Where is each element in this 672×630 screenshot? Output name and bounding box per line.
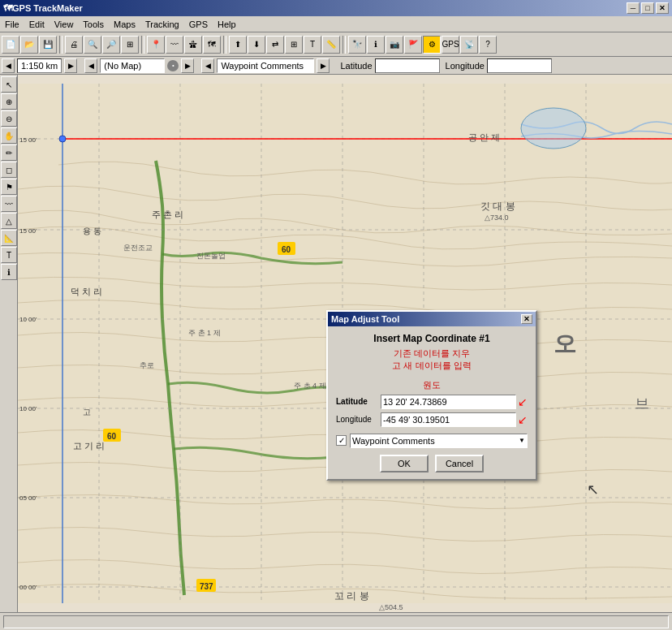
map-area[interactable]: 주 촌 리 용 동 운전조교 진돈놀업 덕 치 리 깃 대 봉 △734.0 공… [18, 75, 672, 612]
text-button[interactable]: T [304, 36, 321, 54]
map-dot: • [167, 60, 179, 71]
lt-polygon[interactable]: △ [1, 213, 17, 229]
download-button[interactable]: ⬇ [248, 36, 265, 54]
dialog-heading: Insert Map Coordinate #1 [336, 333, 528, 344]
lt-zoom-out[interactable]: ⊖ [1, 110, 17, 127]
svg-text:15 00': 15 00' [19, 136, 37, 144]
svg-text:60: 60 [107, 432, 117, 441]
longitude-input[interactable] [381, 412, 516, 427]
exchange-button[interactable]: ⇄ [266, 36, 284, 54]
lt-erase[interactable]: ◻ [1, 162, 17, 178]
map-left-arrow[interactable]: ◀ [84, 58, 97, 73]
zoom-in-button[interactable]: 🔍 [84, 36, 101, 54]
svg-text:00 00': 00 00' [19, 584, 37, 591]
svg-text:10 00': 10 00' [19, 405, 37, 412]
print-button[interactable]: 🖨 [65, 36, 83, 54]
lt-measure[interactable]: 📐 [1, 230, 17, 246]
lt-pan[interactable]: ✋ [1, 127, 17, 144]
lt-waypoint[interactable]: ⚑ [1, 179, 17, 195]
menu-file[interactable]: File [0, 18, 24, 31]
svg-text:고: 고 [83, 408, 91, 416]
find-button[interactable]: 🔭 [348, 36, 366, 54]
gps-button[interactable]: GPS [442, 36, 459, 54]
dialog-title-bar: Map Adjust Tool ✕ [328, 312, 536, 326]
scale-left-arrow[interactable]: ◀ [2, 58, 15, 73]
longitude-display [487, 58, 552, 73]
latitude-input[interactable] [381, 395, 516, 409]
lt-zoom-in[interactable]: ⊕ [1, 93, 17, 110]
zoom-out-button[interactable]: 🔎 [102, 36, 120, 54]
menu-edit[interactable]: Edit [24, 18, 50, 31]
svg-text:추로: 추로 [140, 361, 154, 369]
maximize-button[interactable]: □ [641, 2, 654, 14]
waypoint-row: ✓ Waypoint Comments ▼ [336, 434, 528, 448]
latitude-display [375, 58, 440, 73]
dialog-close-button[interactable]: ✕ [521, 314, 532, 324]
map-right-arrow[interactable]: ▶ [181, 58, 194, 73]
menu-tracking[interactable]: Tracking [140, 18, 184, 31]
scale-right-arrow[interactable]: ▶ [64, 58, 77, 73]
longitude-label: Longitude [446, 61, 485, 71]
menu-maps[interactable]: Maps [109, 18, 140, 31]
app-title: GPS TrackMaker [12, 3, 83, 13]
grid-button[interactable]: ⊞ [285, 36, 303, 54]
zoom-fit-button[interactable]: ⊞ [121, 36, 139, 54]
left-toolbar: ↖ ⊕ ⊖ ✋ ✏ ◻ ⚑ 〰 △ 📐 T ℹ [0, 75, 18, 612]
flag-button[interactable]: 🚩 [404, 36, 422, 54]
measure-button[interactable]: 📏 [322, 36, 340, 54]
satellite-button[interactable]: 📡 [460, 36, 478, 54]
map-button[interactable]: 🗺 [203, 36, 221, 54]
longitude-arrow: ↙ [518, 413, 528, 426]
info-button[interactable]: ℹ [367, 36, 385, 54]
upload-button[interactable]: ⬆ [229, 36, 247, 54]
waypoint-select[interactable]: Waypoint Comments ▼ [350, 434, 528, 448]
help-btn2[interactable]: ? [479, 36, 497, 54]
menu-tools[interactable]: Tools [78, 18, 109, 31]
svg-text:05 00': 05 00' [19, 494, 37, 502]
photo-button[interactable]: 📷 [386, 36, 403, 54]
wp-left-arrow[interactable]: ◀ [201, 58, 214, 73]
svg-text:브: 브 [635, 395, 649, 412]
save-button[interactable]: 💾 [39, 36, 57, 54]
latitude-arrow: ↙ [518, 395, 528, 408]
lt-draw[interactable]: ✏ [1, 145, 17, 161]
title-bar: 🗺 GPS TrackMaker ─ □ ✕ [0, 0, 672, 16]
open-button[interactable]: 📂 [20, 36, 38, 54]
svg-text:15 00': 15 00' [19, 227, 37, 235]
menu-bar: File Edit View Tools Maps Tracking GPS H… [0, 16, 672, 32]
svg-text:10 00': 10 00' [19, 316, 37, 323]
waypoint-checkbox[interactable]: ✓ [336, 435, 347, 446]
sep2 [141, 36, 144, 54]
map-dropdown[interactable]: (No Map) [100, 58, 165, 73]
route-button[interactable]: 🛣 [184, 36, 202, 54]
svg-text:고 기 리: 고 기 리 [73, 441, 105, 451]
lt-track[interactable]: 〰 [1, 196, 17, 212]
lt-info[interactable]: ℹ [1, 264, 17, 280]
waypoint-dropdown[interactable]: Waypoint Comments [217, 58, 314, 73]
ok-button[interactable]: OK [380, 455, 429, 472]
scale-display: 1:150 km [17, 58, 62, 73]
svg-text:△734.0: △734.0 [485, 214, 509, 222]
menu-help[interactable]: Help [213, 18, 241, 31]
latitude-label: Latitude [340, 61, 372, 71]
menu-view[interactable]: View [50, 18, 79, 31]
dialog-buttons: OK Cancel [336, 455, 528, 472]
close-button[interactable]: ✕ [656, 2, 669, 14]
dialog-annotation-left: 원도 [336, 379, 528, 391]
minimize-button[interactable]: ─ [627, 2, 640, 14]
menu-gps[interactable]: GPS [184, 18, 213, 31]
lt-text[interactable]: T [1, 247, 17, 263]
track-button[interactable]: 〰 [166, 36, 183, 54]
new-button[interactable]: 📄 [2, 36, 19, 54]
waypoint-button[interactable]: 📍 [147, 36, 165, 54]
svg-text:운전조교: 운전조교 [123, 244, 153, 252]
lt-select[interactable]: ↖ [1, 76, 17, 93]
toolbar: 📄 📂 💾 🖨 🔍 🔎 ⊞ 📍 〰 🛣 🗺 ⬆ ⬇ ⇄ ⊞ T 📏 🔭 ℹ 📷 … [0, 32, 672, 57]
cancel-button[interactable]: Cancel [435, 455, 484, 472]
svg-text:용 동: 용 동 [83, 227, 101, 235]
svg-text:△504.5: △504.5 [379, 603, 403, 611]
adjust-button[interactable]: ⚙ [423, 36, 441, 54]
dialog-annotation: 기존 데이터를 지우 고 새 데이터를 입력 [336, 347, 528, 373]
svg-text:오: 오 [554, 331, 576, 356]
wp-right-arrow[interactable]: ▶ [317, 58, 330, 73]
